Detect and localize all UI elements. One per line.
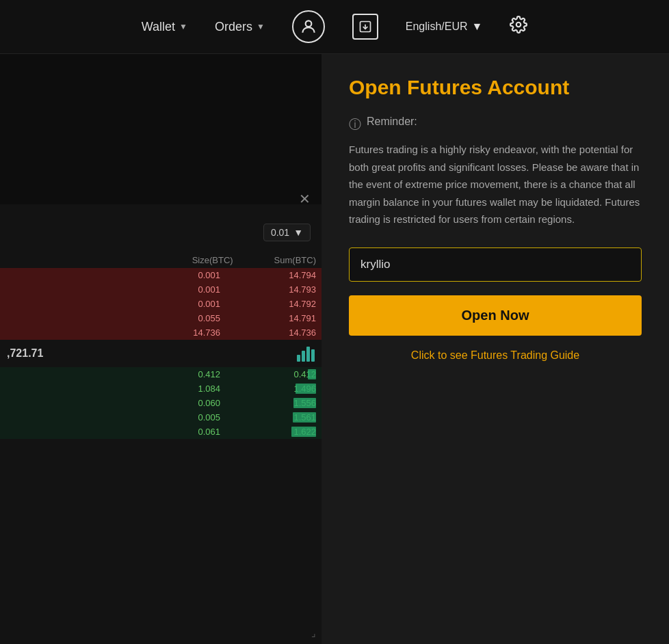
precision-dropdown[interactable]: 0.01 ▼ — [263, 224, 311, 241]
reminder-row: ⓘ Reminder: — [349, 116, 642, 133]
buy-size-1: 0.412 — [166, 369, 220, 379]
sell-size-5: 14.736 — [166, 327, 220, 338]
bar-1 — [297, 355, 300, 362]
dropdown-chevron-icon: ▼ — [293, 227, 303, 238]
sell-sum-3: 14.792 — [261, 299, 316, 309]
size-col-header: Size(BTC) — [192, 255, 233, 265]
table-row: 0.061 1.622 — [0, 425, 322, 439]
open-now-button[interactable]: Open Now — [349, 295, 642, 336]
resize-handle-icon[interactable]: ⌟ — [311, 628, 316, 639]
left-panel: ✕ 0.01 ▼ Size(BTC) Sum(BTC) 0.001 14.794… — [0, 54, 322, 644]
sell-size-3: 0.001 — [166, 299, 220, 309]
table-row: 0.001 14.793 — [0, 282, 322, 297]
buy-sum-3: 1.556 — [261, 398, 316, 408]
language-label: English/EUR — [406, 21, 468, 33]
header: Wallet ▼ Orders ▼ English/EUR ▼ — [0, 0, 669, 54]
buy-size-5: 0.061 — [166, 427, 220, 437]
buy-rows: 0.412 0.412 1.084 1.496 0.060 — [0, 367, 322, 439]
buy-sum-4: 1.561 — [261, 412, 316, 422]
orders-nav[interactable]: Orders ▼ — [215, 20, 265, 34]
svg-point-0 — [305, 21, 311, 27]
table-row: 0.060 1.556 — [0, 396, 322, 410]
buy-bar-3 — [293, 398, 316, 408]
sell-sum-1: 14.794 — [261, 270, 316, 280]
reminder-text: Futures trading is a highly risky endeav… — [349, 141, 642, 228]
sell-size-1: 0.001 — [166, 270, 220, 280]
bar-2 — [302, 351, 305, 362]
sum-col-header: Sum(BTC) — [274, 255, 316, 265]
mid-price-area: ,721.71 — [0, 340, 322, 367]
wallet-nav[interactable]: Wallet ▼ — [142, 20, 187, 34]
close-button[interactable]: ✕ — [299, 191, 311, 207]
table-row: 0.412 0.412 — [0, 367, 322, 381]
buy-bar-2 — [296, 384, 316, 394]
reminder-info-icon: ⓘ — [349, 116, 361, 133]
settings-gear-icon[interactable] — [510, 16, 527, 38]
bar-3 — [306, 347, 310, 362]
buy-size-2: 1.084 — [166, 384, 220, 394]
buy-bar-4 — [293, 412, 316, 422]
sell-sum-2: 14.793 — [261, 284, 316, 295]
table-row: 14.736 14.736 — [0, 325, 322, 340]
buy-sum-5: 1.622 — [261, 427, 316, 437]
table-row: 0.005 1.561 — [0, 410, 322, 425]
buy-bar-1 — [308, 369, 316, 379]
language-chevron-icon: ▼ — [472, 21, 483, 33]
orders-label: Orders — [215, 20, 252, 34]
orderbook-table: Size(BTC) Sum(BTC) 0.001 14.794 0.001 14… — [0, 252, 322, 439]
modal-title: Open Futures Account — [349, 76, 642, 99]
sell-size-4: 0.055 — [166, 313, 220, 323]
futures-guide-link[interactable]: Click to see Futures Trading Guide — [349, 349, 642, 362]
sell-sum-5: 14.736 — [261, 327, 316, 338]
username-input[interactable] — [349, 247, 642, 282]
bar-4 — [311, 349, 315, 362]
svg-point-3 — [516, 23, 521, 27]
futures-account-modal: Open Futures Account ⓘ Reminder: Futures… — [322, 54, 669, 644]
buy-size-3: 0.060 — [166, 398, 220, 408]
wallet-label: Wallet — [142, 20, 175, 34]
mid-price: ,721.71 — [7, 347, 43, 360]
dropdown-value: 0.01 — [271, 227, 289, 238]
sell-rows: 0.001 14.794 0.001 14.793 0.001 14.792 0… — [0, 268, 322, 340]
volume-bar-chart-icon — [297, 345, 315, 362]
wallet-chevron-icon: ▼ — [179, 22, 187, 31]
table-row: 0.055 14.791 — [0, 311, 322, 325]
table-row: 0.001 14.792 — [0, 297, 322, 311]
buy-sum-1: 0.412 — [261, 369, 316, 379]
chart-area — [0, 54, 322, 204]
table-row: 0.001 14.794 — [0, 268, 322, 282]
buy-sum-2: 1.496 — [261, 384, 316, 394]
buy-bar-5 — [291, 427, 316, 437]
orders-chevron-icon: ▼ — [257, 22, 265, 31]
table-row: 1.084 1.496 — [0, 381, 322, 396]
user-profile-icon[interactable] — [292, 10, 325, 43]
main-area: ✕ 0.01 ▼ Size(BTC) Sum(BTC) 0.001 14.794… — [0, 54, 669, 644]
reminder-label: Reminder: — [367, 116, 417, 128]
orderbook-header: Size(BTC) Sum(BTC) — [0, 252, 322, 268]
sell-sum-4: 14.791 — [261, 313, 316, 323]
language-selector[interactable]: English/EUR ▼ — [406, 21, 483, 33]
buy-size-4: 0.005 — [166, 412, 220, 422]
sell-size-2: 0.001 — [166, 284, 220, 295]
download-icon[interactable] — [352, 14, 378, 40]
